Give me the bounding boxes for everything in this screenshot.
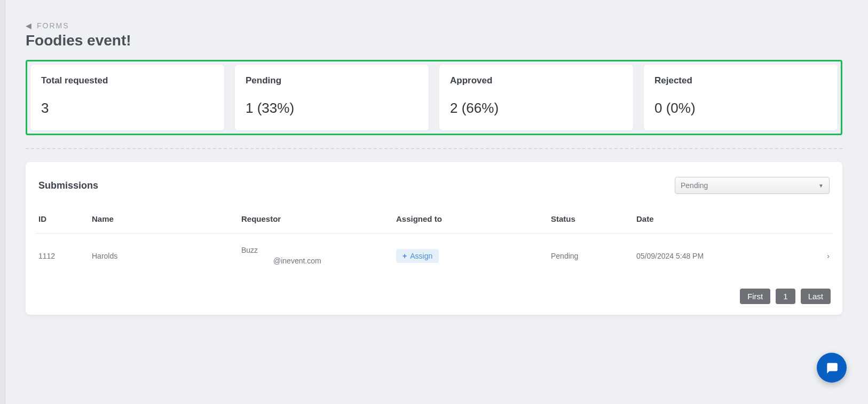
stat-value-pending: 1 (33%) bbox=[246, 100, 418, 116]
status-filter-select[interactable]: Pending ▼ bbox=[675, 177, 830, 194]
cell-id: 1112 bbox=[35, 234, 89, 278]
stat-label-rejected: Rejected bbox=[654, 75, 827, 86]
left-scroll-edge bbox=[0, 0, 5, 404]
assign-label: Assign bbox=[410, 252, 432, 260]
stat-card-pending: Pending 1 (33%) bbox=[235, 65, 429, 130]
chat-icon bbox=[825, 361, 839, 375]
pagination-last-button[interactable]: Last bbox=[801, 289, 831, 304]
stat-card-rejected: Rejected 0 (0%) bbox=[644, 65, 838, 130]
stats-row-highlight: Total requested 3 Pending 1 (33%) Approv… bbox=[26, 60, 842, 135]
requestor-name: Buzz bbox=[241, 245, 390, 256]
cell-assigned-to: + Assign bbox=[393, 234, 548, 278]
stat-value-total: 3 bbox=[41, 100, 214, 116]
assign-button[interactable]: + Assign bbox=[396, 249, 439, 263]
section-divider bbox=[26, 148, 842, 149]
stat-value-rejected: 0 (0%) bbox=[654, 100, 827, 116]
row-chevron-icon[interactable]: › bbox=[811, 234, 833, 278]
col-id: ID bbox=[35, 210, 89, 234]
pagination-first-button[interactable]: First bbox=[740, 289, 770, 304]
stat-label-total: Total requested bbox=[41, 75, 214, 86]
stat-card-approved: Approved 2 (66%) bbox=[439, 65, 633, 130]
submissions-table: ID Name Requestor Assigned to Status Dat… bbox=[35, 210, 833, 278]
breadcrumb-label: FORMS bbox=[37, 21, 69, 30]
pagination-page-button[interactable]: 1 bbox=[776, 289, 795, 304]
col-status: Status bbox=[548, 210, 633, 234]
cell-requestor: Buzz @inevent.com bbox=[238, 234, 393, 278]
page-title: Foodies event! bbox=[26, 32, 842, 49]
stat-card-total: Total requested 3 bbox=[30, 65, 224, 130]
requestor-email: @inevent.com bbox=[241, 256, 390, 267]
table-header-row: ID Name Requestor Assigned to Status Dat… bbox=[35, 210, 833, 234]
pagination: First 1 Last bbox=[35, 289, 833, 304]
col-assigned-to: Assigned to bbox=[393, 210, 548, 234]
col-date: Date bbox=[633, 210, 811, 234]
submissions-title: Submissions bbox=[38, 180, 98, 191]
stat-label-pending: Pending bbox=[246, 75, 418, 86]
back-caret-icon: ◀ bbox=[26, 21, 31, 30]
submissions-card: Submissions Pending ▼ ID Name Requestor … bbox=[26, 162, 842, 315]
page-container: ◀ FORMS Foodies event! Total requested 3… bbox=[0, 0, 868, 315]
stat-label-approved: Approved bbox=[450, 75, 622, 86]
col-requestor: Requestor bbox=[238, 210, 393, 234]
col-name: Name bbox=[89, 210, 238, 234]
stat-value-approved: 2 (66%) bbox=[450, 100, 622, 116]
plus-icon: + bbox=[403, 252, 407, 260]
chat-widget-button[interactable] bbox=[817, 353, 847, 383]
breadcrumb[interactable]: ◀ FORMS bbox=[26, 21, 842, 30]
table-row[interactable]: 1112 Harolds Buzz @inevent.com + Assign … bbox=[35, 234, 833, 278]
chevron-down-icon: ▼ bbox=[818, 183, 824, 189]
status-filter-value: Pending bbox=[681, 181, 708, 190]
cell-status: Pending bbox=[548, 234, 633, 278]
cell-name: Harolds bbox=[89, 234, 238, 278]
submissions-header: Submissions Pending ▼ bbox=[35, 177, 833, 194]
cell-date: 05/09/2024 5:48 PM bbox=[633, 234, 811, 278]
